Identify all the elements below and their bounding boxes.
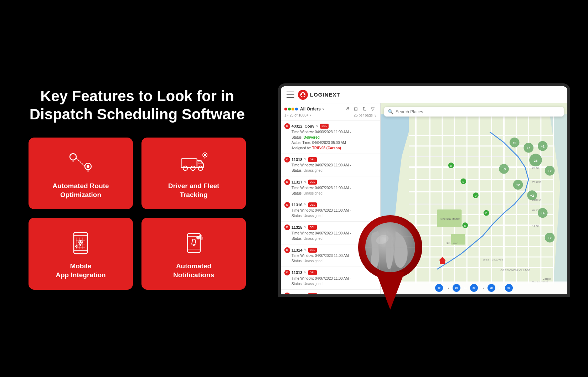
route-arrow: → (481, 286, 485, 290)
del-badge[interactable]: DEL (308, 157, 317, 162)
feature-label-route: Automated RouteOptimization (52, 182, 109, 199)
svg-text:+2: +2 (516, 183, 520, 187)
route-step-1: 1 D (435, 284, 443, 292)
order-detail: Time Window: 04/07/2023 11:00 AM - (284, 276, 377, 281)
order-status: Status: Unassigned (284, 281, 377, 286)
del-badge[interactable]: DEL (308, 270, 317, 275)
del-badge[interactable]: DEL (308, 180, 317, 185)
del-badge[interactable]: DEL (320, 124, 329, 129)
order-dot: D (284, 123, 290, 129)
order-id: 11317 (292, 179, 303, 185)
map-panel[interactable]: 🔍 (381, 103, 567, 294)
feature-label-notifications: AutomatedNotifications (173, 262, 214, 279)
svg-text:+4: +4 (541, 212, 545, 215)
order-item[interactable]: D 11314 ✎ DEL Time Window: 04/07/2023 11… (281, 244, 380, 267)
route-arrow: → (463, 286, 467, 290)
route-step-2: 2 D (453, 284, 460, 292)
pagination-info: 1 - 25 of 1000+ › 25 per page ∨ (284, 113, 377, 117)
laptop-mockup: LOGINEXT (278, 83, 570, 297)
order-dot: D (284, 179, 290, 185)
route-circle-3: 3 D (470, 284, 478, 292)
svg-point-7 (183, 166, 187, 170)
order-item[interactable]: D 11315 ✎ DEL Time Window: 04/07/2023 11… (281, 222, 380, 244)
edit-icon[interactable]: ✎ (304, 225, 307, 230)
search-input[interactable] (396, 109, 560, 114)
truck-icon (180, 150, 208, 175)
svg-text:D: D (485, 212, 487, 215)
svg-point-0 (70, 154, 76, 160)
order-item[interactable]: D 11313 ✎ DEL Time Window: 04/07/2023 11… (281, 267, 380, 290)
edit-icon[interactable]: ✎ (304, 293, 307, 294)
order-id: 40312_Copy (292, 123, 314, 129)
order-dot: D (284, 224, 290, 230)
del-badge[interactable]: DEL (308, 225, 317, 230)
del-badge[interactable]: DEL (308, 202, 317, 207)
route-icon (67, 150, 95, 175)
svg-text:Chelsea Market: Chelsea Market (440, 217, 460, 221)
svg-text:25: 25 (534, 159, 538, 162)
order-item[interactable]: D 11318 ✎ DEL Time Window: 04/07/2023 11… (281, 154, 380, 177)
edit-icon[interactable]: ✎ (304, 180, 307, 185)
order-item[interactable]: D 11317 ✎ DEL Time Window: 04/07/2023 11… (281, 176, 380, 199)
svg-text:D: D (464, 224, 466, 227)
route-step-4: 4 D (488, 284, 495, 292)
filter-icon[interactable]: ▽ (371, 106, 377, 112)
order-detail: Time Window: 04/07/2023 11:00 AM - (284, 231, 377, 236)
map-search-bar: 🔍 (384, 107, 564, 117)
edit-icon[interactable]: ✎ (316, 124, 319, 129)
del-badge[interactable]: DEL (308, 293, 317, 294)
order-item[interactable]: D 40312_Copy ✎ DEL Time Window: 04/03/20… (281, 120, 380, 154)
order-dot: D (284, 202, 290, 208)
svg-text:W 19th: W 19th (532, 181, 541, 184)
feature-card-notifications: AutomatedNotifications (141, 218, 246, 289)
order-item[interactable]: D 11316 ✎ DEL Time Window: 04/07/2023 11… (281, 199, 380, 222)
order-id: 11315 (292, 224, 303, 231)
order-detail: Time Window: 04/03/2023 11:00 AM - (284, 129, 377, 135)
edit-icon[interactable]: ✎ (304, 270, 307, 275)
refresh-icon[interactable]: ↺ (345, 106, 351, 112)
columns-icon[interactable]: ⊟ (354, 106, 360, 112)
order-id: 11318 (292, 157, 303, 163)
edit-icon[interactable]: ✎ (304, 202, 307, 207)
right-section: LOGINEXT (267, 73, 588, 304)
svg-text:23 St: 23 St (532, 166, 539, 170)
all-orders-button[interactable]: All Orders ∨ (300, 107, 325, 112)
logo-area: LOGINEXT (298, 90, 340, 100)
loginext-logo-icon (298, 90, 308, 100)
route-arrow: → (446, 286, 450, 290)
order-assigned: Assigned to: TRIP-98 (Carson) (284, 145, 377, 151)
notification-icon (180, 231, 208, 255)
app-body: All Orders ∨ ↺ ⊟ ⇅ ▽ 1 - 25 of 1000 (281, 103, 567, 294)
trip-link[interactable]: TRIP-98 (Carson) (312, 146, 341, 150)
left-section: Key Features to Look for in Dispatch Sch… (0, 66, 267, 311)
svg-text:+2: +2 (513, 141, 516, 145)
svg-text:+2: +2 (530, 194, 534, 197)
hamburger-menu[interactable] (287, 92, 294, 98)
svg-rect-6 (181, 159, 197, 167)
order-detail: Time Window: 04/07/2023 11:00 AM - (284, 208, 377, 213)
orders-toolbar: All Orders ∨ ↺ ⊟ ⇅ ▽ 1 - 25 of 1000 (281, 103, 380, 120)
order-status: Status: Unassigned (284, 236, 377, 241)
sort-icon[interactable]: ⇅ (362, 106, 368, 112)
svg-text:W 17th: W 17th (532, 209, 541, 212)
svg-text:+3: +3 (527, 146, 530, 150)
svg-text:D: D (463, 181, 464, 183)
svg-point-31 (201, 237, 203, 239)
main-title: Key Features to Look for in Dispatch Sch… (29, 87, 246, 123)
svg-text:14 St: 14 St (532, 224, 539, 228)
svg-rect-101 (384, 275, 402, 275)
edit-icon[interactable]: ✎ (304, 248, 307, 253)
feature-label-fleet: Driver and FleetTracking (168, 182, 220, 199)
orders-panel: All Orders ∨ ↺ ⊟ ⇅ ▽ 1 - 25 of 1000 (281, 103, 381, 294)
edit-icon[interactable]: ✎ (304, 157, 307, 162)
order-detail: Time Window: 04/07/2023 11:00 AM - (284, 185, 377, 191)
app-ui: LOGINEXT (281, 86, 567, 294)
order-item[interactable]: D 11312 ✎ DEL Time Window: 04/07/2023 11… (281, 290, 380, 295)
svg-line-2 (76, 158, 85, 166)
features-grid: Automated RouteOptimization (29, 138, 246, 290)
svg-text:Little Island: Little Island (446, 242, 458, 244)
svg-text:+2: +2 (548, 169, 552, 173)
orders-list: D 40312_Copy ✎ DEL Time Window: 04/03/20… (281, 120, 380, 294)
del-badge[interactable]: DEL (308, 248, 317, 253)
search-icon: 🔍 (388, 109, 393, 114)
